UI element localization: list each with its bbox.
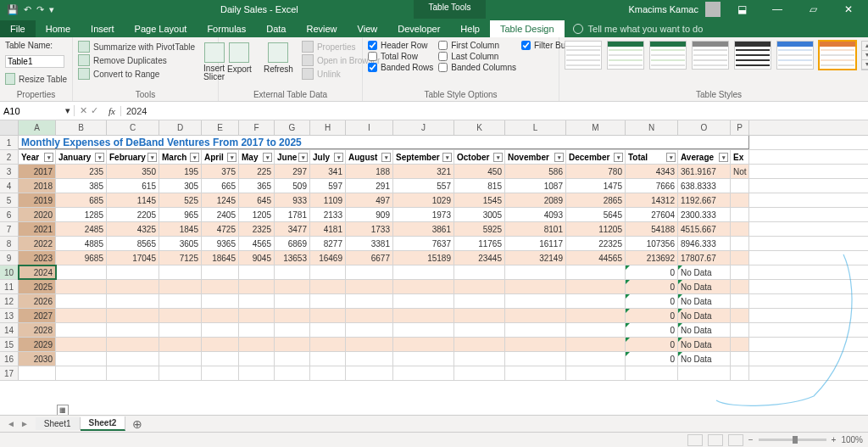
table-header-april[interactable]: April▾ [202,150,239,164]
cell[interactable]: 615 [107,179,159,193]
tstyle-6[interactable] [776,41,814,70]
sheet-tab-sheet1[interactable]: Sheet1 [36,417,81,430]
cell[interactable] [56,294,107,308]
cell[interactable]: 3005 [454,208,505,221]
cell[interactable] [239,265,275,279]
undo-icon[interactable]: ↶ [24,4,31,15]
cell[interactable]: 350 [107,165,159,178]
cell[interactable] [239,366,275,380]
cell[interactable]: 1205 [239,208,275,221]
cell[interactable] [731,193,749,207]
table-header-february[interactable]: February▾ [107,150,159,164]
colhead-B[interactable]: B [56,120,107,135]
qat-more-icon[interactable]: ▾ [49,4,54,15]
cell[interactable]: 385 [56,179,107,193]
rowhead-6[interactable]: 6 [0,208,19,221]
zoom-out-button[interactable]: − [748,435,754,444]
select-all-corner[interactable] [0,120,19,135]
cell[interactable] [566,323,626,337]
cell[interactable]: 22325 [566,237,626,250]
cell[interactable]: 2485 [56,222,107,236]
cell[interactable]: 1973 [393,208,454,221]
filter-dropdown-icon[interactable]: ▾ [298,153,308,162]
rowhead-16[interactable]: 16 [0,352,19,366]
cell[interactable] [159,352,202,366]
sheet-tab-sheet2[interactable]: Sheet2 [81,416,126,431]
cell[interactable]: 375 [202,165,239,178]
cell[interactable] [731,366,749,380]
tab-insert[interactable]: Insert [81,20,125,37]
cell[interactable]: 305 [159,179,202,193]
fx-icon[interactable]: fx [103,106,121,116]
table-header-august[interactable]: August▾ [346,150,393,164]
remove-duplicates-button[interactable]: Remove Duplicates [78,54,195,66]
cell[interactable]: 2089 [505,193,566,207]
cell[interactable]: 14312 [626,193,678,207]
rowhead-17[interactable]: 17 [0,366,19,380]
rowhead-1[interactable]: 1 [0,136,19,149]
cell[interactable] [107,280,159,293]
cell[interactable] [346,366,393,380]
cell[interactable]: 0 [626,352,678,366]
cell[interactable] [731,222,749,236]
cell[interactable] [346,352,393,366]
cell[interactable]: 1845 [159,222,202,236]
cell[interactable]: 2027 [19,309,56,322]
cell[interactable]: 0 [626,280,678,293]
table-header-july[interactable]: July▾ [310,150,346,164]
cell[interactable]: No Data [678,294,731,308]
cell[interactable] [393,265,454,279]
cell[interactable]: 815 [454,179,505,193]
cell[interactable] [731,265,749,279]
cell[interactable]: 15189 [393,251,454,265]
filter-dropdown-icon[interactable]: ▾ [554,153,564,162]
zoom-slider[interactable] [759,439,826,441]
cell[interactable] [346,280,393,293]
cell[interactable] [310,294,346,308]
rowhead-14[interactable]: 14 [0,323,19,337]
cell[interactable] [454,294,505,308]
cell[interactable]: No Data [678,309,731,322]
cell[interactable] [566,280,626,293]
cell[interactable]: 3605 [159,237,202,250]
cell[interactable] [731,323,749,337]
tab-home[interactable]: Home [36,20,81,37]
cell[interactable] [159,265,202,279]
colhead-M[interactable]: M [566,120,626,135]
cell[interactable]: 11765 [454,237,505,250]
colhead-K[interactable]: K [454,120,505,135]
cell[interactable] [275,265,310,279]
enter-icon[interactable]: ✓ [91,105,98,116]
namebox-dd-icon[interactable]: ▾ [65,105,70,116]
cell[interactable]: 0 [626,294,678,308]
table-header-november[interactable]: November▾ [505,150,566,164]
filter-dropdown-icon[interactable]: ▾ [666,153,676,162]
cell[interactable] [731,208,749,221]
cell[interactable] [566,265,626,279]
cell[interactable]: 8565 [107,237,159,250]
cell[interactable] [56,309,107,322]
cell[interactable]: 2017 [19,165,56,178]
add-sheet-button[interactable]: ⊕ [125,417,149,431]
filter-dropdown-icon[interactable]: ▾ [719,153,728,162]
cell[interactable]: 16117 [505,237,566,250]
tab-view[interactable]: View [348,20,388,37]
cell[interactable] [159,366,202,380]
table-header-total[interactable]: Total▾ [626,150,678,164]
cell[interactable] [310,309,346,322]
cell[interactable] [159,280,202,293]
colhead-O[interactable]: O [678,120,731,135]
cell[interactable] [107,366,159,380]
table-styles-gallery[interactable]: ▴▾▾ [565,41,868,70]
cell[interactable]: 780 [566,165,626,178]
cell[interactable]: 361.9167 [678,165,731,178]
cell[interactable]: 0 [626,323,678,337]
cell[interactable]: 586 [505,165,566,178]
cell[interactable]: 1087 [505,179,566,193]
cell[interactable]: 18645 [202,251,239,265]
view-pagelayout-icon[interactable] [708,434,723,446]
cell[interactable]: 2133 [310,208,346,221]
cell[interactable]: 27604 [626,208,678,221]
cell[interactable] [310,265,346,279]
cell[interactable] [393,338,454,351]
